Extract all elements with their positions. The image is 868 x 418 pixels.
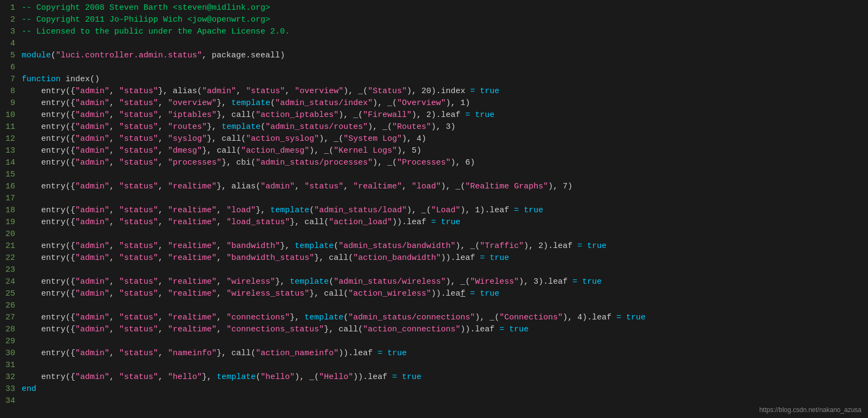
- line-content: entry({"admin", "status", "realtime", "l…: [19, 205, 868, 217]
- line-number: 21: [0, 240, 19, 252]
- line-number: 23: [0, 264, 19, 276]
- code-line: 5module("luci.controller.admin.status", …: [0, 50, 868, 62]
- line-content: entry({"admin", "status", "routes"}, tem…: [19, 121, 868, 133]
- line-content: entry({"admin", "status", "iptables"}, c…: [19, 109, 868, 121]
- line-content: entry({"admin", "status", "realtime", "b…: [19, 252, 868, 264]
- line-content: entry({"admin", "status", "realtime", "w…: [19, 288, 868, 300]
- code-line: 23: [0, 264, 868, 276]
- code-line: 18 entry({"admin", "status", "realtime",…: [0, 205, 868, 217]
- code-line: 29: [0, 336, 868, 348]
- code-line: 16 entry({"admin", "status", "realtime"}…: [0, 181, 868, 193]
- line-content: entry({"admin", "status", "realtime"}, a…: [19, 181, 868, 193]
- line-content: entry({"admin", "status"}, alias("admin"…: [19, 86, 868, 97]
- line-content: entry({"admin", "status", "realtime", "l…: [19, 217, 868, 228]
- code-line: 1-- Copyright 2008 Steven Barth <steven@…: [0, 2, 868, 14]
- line-number: 17: [0, 193, 19, 205]
- line-number: 10: [0, 109, 19, 121]
- code-line: 7function index(): [0, 74, 868, 86]
- code-line: 15: [0, 169, 868, 181]
- code-line: 28 entry({"admin", "status", "realtime",…: [0, 324, 868, 336]
- line-number: 20: [0, 228, 19, 240]
- line-content: entry({"admin", "status", "processes"}, …: [19, 157, 868, 169]
- line-number: 4: [0, 38, 19, 50]
- code-line: 25 entry({"admin", "status", "realtime",…: [0, 288, 868, 300]
- code-line: 3-- Licensed to the public under the Apa…: [0, 26, 868, 38]
- code-line: 31: [0, 360, 868, 371]
- code-line: 12 entry({"admin", "status", "syslog"}, …: [0, 133, 868, 145]
- code-line: 6: [0, 62, 868, 74]
- line-number: 1: [0, 2, 19, 14]
- line-number: 18: [0, 205, 19, 217]
- line-number: 25: [0, 288, 19, 300]
- line-number: 5: [0, 50, 19, 62]
- line-content: -- Licensed to the public under the Apac…: [19, 26, 868, 38]
- line-number: 9: [0, 97, 19, 109]
- code-line: 9 entry({"admin", "status", "overview"},…: [0, 97, 868, 109]
- code-lines: 1-- Copyright 2008 Steven Barth <steven@…: [0, 2, 868, 407]
- line-number: 29: [0, 336, 19, 348]
- code-line: 19 entry({"admin", "status", "realtime",…: [0, 217, 868, 228]
- code-line: 34: [0, 395, 868, 407]
- code-line: 27 entry({"admin", "status", "realtime",…: [0, 312, 868, 324]
- line-content: entry({"admin", "status", "realtime", "c…: [19, 324, 868, 336]
- line-number: 14: [0, 157, 19, 169]
- line-number: 22: [0, 252, 19, 264]
- line-number: 33: [0, 383, 19, 395]
- code-line: 30 entry({"admin", "status", "nameinfo"}…: [0, 348, 868, 360]
- code-line: 2-- Copyright 2011 Jo-Philipp Wich <jow@…: [0, 14, 868, 26]
- line-number: 15: [0, 169, 19, 181]
- code-line: 8 entry({"admin", "status"}, alias("admi…: [0, 86, 868, 97]
- code-line: 11 entry({"admin", "status", "routes"}, …: [0, 121, 868, 133]
- line-number: 28: [0, 324, 19, 336]
- line-content: end: [19, 383, 868, 395]
- line-content: entry({"admin", "status", "dmesg"}, call…: [19, 145, 868, 157]
- line-content: entry({"admin", "status", "realtime", "b…: [19, 240, 868, 252]
- line-number: 2: [0, 14, 19, 26]
- line-content: module("luci.controller.admin.status", p…: [19, 50, 868, 62]
- line-content: -- Copyright 2008 Steven Barth <steven@m…: [19, 2, 868, 14]
- code-line: 22 entry({"admin", "status", "realtime",…: [0, 252, 868, 264]
- line-number: 13: [0, 145, 19, 157]
- code-line: 33end: [0, 383, 868, 395]
- line-number: 7: [0, 74, 19, 86]
- line-number: 11: [0, 121, 19, 133]
- line-content: entry({"admin", "status", "realtime", "w…: [19, 276, 868, 288]
- code-line: 10 entry({"admin", "status", "iptables"}…: [0, 109, 868, 121]
- line-number: 16: [0, 181, 19, 193]
- line-number: 31: [0, 360, 19, 371]
- line-content: entry({"admin", "status", "syslog"}, cal…: [19, 133, 868, 145]
- line-content: -- Copyright 2011 Jo-Philipp Wich <jow@o…: [19, 14, 868, 26]
- code-line: 24 entry({"admin", "status", "realtime",…: [0, 276, 868, 288]
- line-number: 27: [0, 312, 19, 324]
- code-editor: 1-- Copyright 2008 Steven Barth <steven@…: [0, 0, 868, 418]
- line-content: entry({"admin", "status", "hello"}, temp…: [19, 371, 868, 383]
- line-number: 19: [0, 217, 19, 228]
- line-number: 30: [0, 348, 19, 360]
- line-number: 6: [0, 62, 19, 74]
- line-number: 26: [0, 300, 19, 312]
- code-line: 32 entry({"admin", "status", "hello"}, t…: [0, 371, 868, 383]
- line-content: entry({"admin", "status", "overview"}, t…: [19, 97, 868, 109]
- code-line: 26: [0, 300, 868, 312]
- code-line: 13 entry({"admin", "status", "dmesg"}, c…: [0, 145, 868, 157]
- line-number: 24: [0, 276, 19, 288]
- line-number: 8: [0, 86, 19, 97]
- line-number: 32: [0, 371, 19, 383]
- line-content: entry({"admin", "status", "realtime", "c…: [19, 312, 868, 324]
- watermark-text: https://blog.csdn.net/nakano_azusa: [759, 406, 862, 414]
- code-line: 4: [0, 38, 868, 50]
- line-number: 3: [0, 26, 19, 38]
- code-line: 14 entry({"admin", "status", "processes"…: [0, 157, 868, 169]
- line-content: entry({"admin", "status", "nameinfo"}, c…: [19, 348, 868, 360]
- line-number: 34: [0, 395, 19, 407]
- code-line: 17: [0, 193, 868, 205]
- line-content: function index(): [19, 74, 868, 86]
- code-line: 21 entry({"admin", "status", "realtime",…: [0, 240, 868, 252]
- code-line: 20: [0, 228, 868, 240]
- line-number: 12: [0, 133, 19, 145]
